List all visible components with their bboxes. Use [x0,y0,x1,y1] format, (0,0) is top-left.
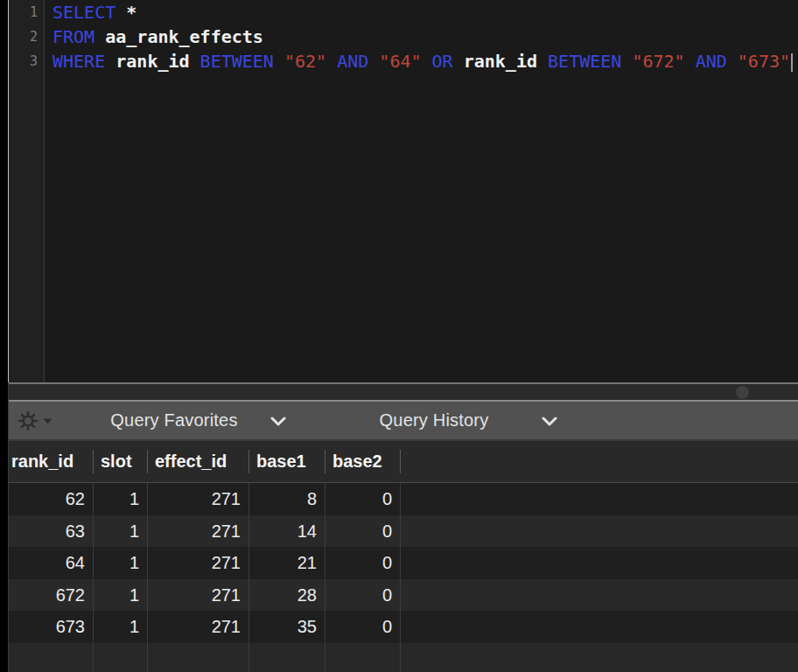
text-cursor [791,53,793,72]
cell-filler [401,483,798,515]
sql-token: rank_id [464,51,537,72]
cell-slot[interactable]: 1 [94,515,148,548]
sql-token: AND [696,51,727,72]
sql-token: FROM [52,26,94,47]
scrollbar-thumb[interactable] [736,386,749,399]
cell-slot[interactable]: 1 [94,611,148,643]
gear-menu-button[interactable] [18,410,56,431]
sql-token: rank_id [116,51,189,72]
empty-row [9,643,798,672]
sql-token: "672" [632,51,684,72]
code-line[interactable]: SELECT * [52,0,798,24]
column-header-slot[interactable]: slot [94,441,148,482]
line-number: 3 [9,49,44,74]
line-number-gutter: 123 [9,0,45,382]
cell-filler [401,611,798,643]
table-row[interactable]: 641271210 [9,547,798,579]
results-grid: rank_idsloteffect_idbase1base2 621271806… [9,441,798,672]
sql-token [94,26,105,47]
sql-token [685,51,696,72]
table-row[interactable]: 6721271280 [9,579,798,612]
cell-base1[interactable]: 14 [249,515,326,548]
cell-slot [94,643,148,672]
sql-client-window: 123 SELECT *FROM aa_rank_effectsWHERE ra… [0,0,798,672]
cell-effect_id[interactable]: 271 [148,579,249,612]
column-header-effect_id[interactable]: effect_id [148,441,249,482]
sql-token: aa_rank_effects [105,26,263,47]
query-history-dropdown[interactable]: Query History [346,402,522,439]
cell-slot[interactable]: 1 [94,483,148,515]
cell-rank_id[interactable]: 672 [9,579,94,612]
chevron-down-icon[interactable] [542,416,557,426]
cell-base2[interactable]: 0 [326,515,401,548]
sql-token: "64" [379,51,421,72]
cell-base2[interactable]: 0 [326,547,401,579]
sql-token: WHERE [52,51,105,72]
cell-rank_id [9,643,94,672]
cell-base2 [326,643,401,672]
cell-slot[interactable]: 1 [94,547,148,579]
cell-filler [401,515,798,548]
cell-base1 [249,643,326,672]
sql-token: BETWEEN [548,51,621,72]
column-header-rank_id[interactable]: rank_id [9,441,94,482]
cell-filler [401,579,798,612]
sql-token: "62" [284,51,326,72]
sql-editor[interactable]: 123 SELECT *FROM aa_rank_effectsWHERE ra… [9,0,798,382]
cell-rank_id[interactable]: 673 [9,611,94,643]
column-header-base2[interactable]: base2 [326,441,401,482]
sql-token: BETWEEN [200,51,274,72]
sql-token [116,2,126,23]
sql-token [105,51,116,72]
sql-token [274,51,284,72]
cell-effect_id [148,643,249,672]
sql-token [453,51,464,72]
sql-token [326,51,337,72]
cell-base1[interactable]: 28 [249,579,326,612]
sql-token: "673" [738,51,790,72]
cell-base2[interactable]: 0 [326,483,401,515]
cell-base2[interactable]: 0 [326,611,401,643]
code-line[interactable]: FROM aa_rank_effects [52,24,798,49]
code-line[interactable]: WHERE rank_id BETWEEN "62" AND "64" OR r… [52,49,798,74]
sql-token: AND [337,51,368,72]
cell-rank_id[interactable]: 63 [9,515,94,548]
results-body: 6212718063127114064127121067212712806731… [9,483,798,672]
sql-token: SELECT [52,2,116,23]
cell-rank_id[interactable]: 62 [9,483,94,515]
cell-rank_id[interactable]: 64 [9,547,94,579]
cell-effect_id[interactable]: 271 [148,547,249,579]
sql-token [422,51,432,72]
table-row[interactable]: 62127180 [9,483,798,515]
cell-effect_id[interactable]: 271 [148,483,249,515]
cell-base1[interactable]: 35 [249,611,326,643]
line-number: 2 [9,24,44,49]
sql-token: OR [432,51,453,72]
cell-filler [401,643,798,672]
editor-scrollbar-track[interactable] [9,384,798,400]
sql-token [190,51,200,72]
column-header-base1[interactable]: base1 [249,441,326,482]
chevron-down-small-icon [43,418,52,424]
chevron-down-icon[interactable] [270,416,286,426]
cell-filler [401,547,798,579]
sql-token [537,51,548,72]
query-toolbar: Query Favorites Query History [9,402,798,439]
cell-effect_id[interactable]: 271 [148,611,249,643]
sql-token [621,51,632,72]
table-row[interactable]: 6731271350 [9,611,798,643]
cell-base1[interactable]: 21 [249,547,326,579]
sql-token [368,51,379,72]
sql-token [727,51,738,72]
results-header-row: rank_idsloteffect_idbase1base2 [9,441,798,483]
cell-base1[interactable]: 8 [249,483,326,515]
column-header-filler [401,441,798,482]
query-favorites-dropdown[interactable]: Query Favorites [87,402,262,439]
line-number: 1 [9,0,44,24]
gear-icon [18,410,38,431]
cell-base2[interactable]: 0 [326,579,401,612]
cell-effect_id[interactable]: 271 [148,515,249,548]
sql-code-area[interactable]: SELECT *FROM aa_rank_effectsWHERE rank_i… [52,0,798,382]
cell-slot[interactable]: 1 [94,579,148,612]
table-row[interactable]: 631271140 [9,515,798,548]
